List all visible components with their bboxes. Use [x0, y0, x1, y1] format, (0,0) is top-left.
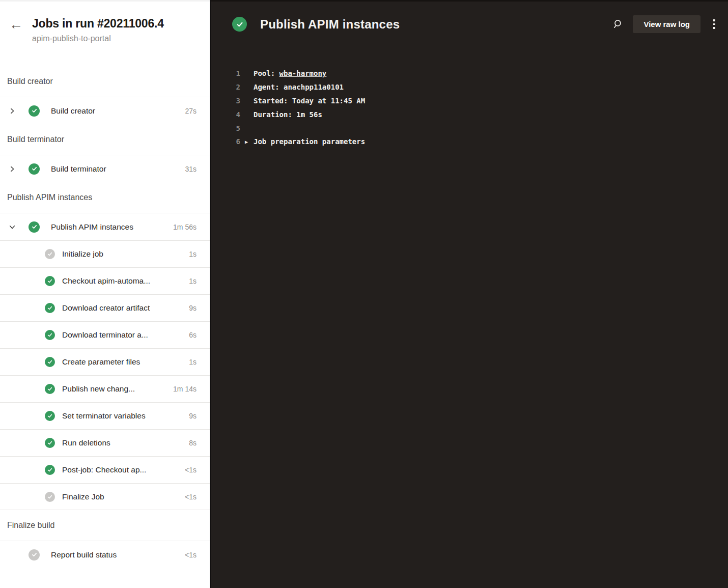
- stage-label-build-terminator: Build terminator: [0, 124, 210, 155]
- step-row-create-parameter-files[interactable]: Create parameter files 1s: [0, 348, 210, 375]
- line-number[interactable]: 1: [232, 69, 240, 77]
- step-row-download-creator[interactable]: Download creator artifact 9s: [0, 294, 210, 321]
- stage-label-build-creator: Build creator: [0, 66, 210, 97]
- step-row-publish-new-changes[interactable]: Publish new chang... 1m 14s: [0, 375, 210, 402]
- success-icon: [29, 163, 40, 175]
- job-row-build-terminator[interactable]: Build terminator 31s: [0, 155, 210, 182]
- step-row-download-terminator[interactable]: Download terminator a... 6s: [0, 321, 210, 348]
- step-duration: 6s: [189, 331, 197, 339]
- step-duration: <1s: [185, 493, 197, 501]
- step-name: Run deletions: [62, 438, 110, 447]
- jobs-sidebar: ← Jobs in run #20211006.4 apim-publish-t…: [0, 0, 210, 588]
- step-duration: 9s: [189, 412, 197, 420]
- step-name: Set terminator variables: [62, 411, 146, 421]
- page-title: Jobs in run #20211006.4: [32, 17, 204, 31]
- skipped-icon: [29, 549, 40, 561]
- success-icon: [45, 330, 55, 340]
- back-arrow-icon[interactable]: ←: [9, 17, 32, 32]
- success-icon: [45, 357, 55, 367]
- log-viewer: 1 Pool: wba-harmony 2 Agent: anachpp11a0…: [232, 67, 718, 149]
- job-row-build-creator[interactable]: Build creator 27s: [0, 97, 210, 124]
- job-name: Build terminator: [51, 164, 106, 174]
- kebab-menu-icon[interactable]: [708, 17, 721, 32]
- success-icon: [45, 438, 55, 448]
- step-list: Initialize job 1s Checkout apim-automa..…: [0, 240, 210, 510]
- success-icon: [45, 303, 55, 313]
- log-line: 4 Duration: 1m 56s: [232, 107, 718, 121]
- step-name: Finalize Job: [62, 492, 104, 501]
- log-panel-header: Publish APIM instances View raw log: [211, 2, 728, 33]
- log-line: 3 Started: Today at 11:45 AM: [232, 94, 718, 108]
- job-name: Publish APIM instances: [51, 222, 133, 232]
- step-duration: 1s: [189, 277, 197, 285]
- step-name: Download creator artifact: [62, 303, 150, 313]
- success-icon: [232, 17, 247, 32]
- step-name: Download terminator a...: [62, 330, 148, 340]
- stage-label-finalize-build: Finalize build: [0, 510, 210, 541]
- step-duration: 1s: [189, 358, 197, 366]
- job-name: Build creator: [51, 106, 95, 116]
- step-row-set-terminator-variables[interactable]: Set terminator variables 9s: [0, 402, 210, 429]
- line-number[interactable]: 3: [232, 97, 240, 105]
- step-duration: 8s: [189, 439, 197, 447]
- search-icon[interactable]: [609, 16, 627, 33]
- step-duration: 9s: [189, 304, 197, 312]
- log-text: Started: Today at 11:45 AM: [254, 97, 365, 105]
- job-row-report-build-status[interactable]: Report build status <1s: [0, 541, 210, 568]
- step-duration: <1s: [185, 466, 197, 474]
- step-duration: 1s: [189, 250, 197, 258]
- log-line: 2 Agent: anachpp11a0101: [232, 80, 718, 94]
- log-text: Agent: anachpp11a0101: [254, 83, 344, 91]
- step-row-initialize-job[interactable]: Initialize job 1s: [0, 240, 210, 267]
- view-raw-log-button[interactable]: View raw log: [633, 15, 701, 33]
- job-duration: <1s: [185, 551, 197, 559]
- job-duration: 31s: [185, 165, 197, 173]
- line-number[interactable]: 6: [232, 137, 240, 146]
- log-line: 5: [232, 121, 718, 135]
- success-icon: [29, 105, 40, 117]
- step-row-finalize-job[interactable]: Finalize Job <1s: [0, 483, 210, 510]
- job-duration: 1m 56s: [173, 223, 197, 231]
- step-name: Publish new chang...: [62, 384, 135, 394]
- success-icon: [45, 384, 55, 394]
- chevron-down-icon[interactable]: [7, 222, 17, 232]
- job-row-publish-apim[interactable]: Publish APIM instances 1m 56s: [0, 213, 210, 240]
- log-text: Duration: 1m 56s: [254, 110, 322, 119]
- log-panel: Publish APIM instances View raw log 1 Po…: [210, 0, 728, 588]
- step-row-run-deletions[interactable]: Run deletions 8s: [0, 429, 210, 456]
- step-duration: 1m 14s: [173, 385, 197, 393]
- log-panel-title: Publish APIM instances: [260, 17, 400, 32]
- success-icon: [45, 276, 55, 286]
- success-icon: [45, 465, 55, 475]
- job-duration: 27s: [185, 107, 197, 115]
- expand-triangle-icon[interactable]: ▶: [240, 139, 254, 145]
- line-number[interactable]: 2: [232, 83, 240, 91]
- line-number[interactable]: 4: [232, 110, 240, 119]
- line-number[interactable]: 5: [232, 124, 240, 132]
- success-icon: [45, 411, 55, 421]
- step-name: Post-job: Checkout ap...: [62, 465, 146, 474]
- sidebar-header: ← Jobs in run #20211006.4 apim-publish-t…: [0, 2, 210, 66]
- step-row-checkout[interactable]: Checkout apim-automa... 1s: [0, 267, 210, 294]
- skipped-icon: [45, 492, 55, 502]
- step-name: Checkout apim-automa...: [62, 276, 150, 286]
- stage-label-publish-apim: Publish APIM instances: [0, 182, 210, 213]
- log-line-collapsible-group[interactable]: 6 ▶ Job preparation parameters: [232, 135, 718, 149]
- step-name: Initialize job: [62, 249, 103, 259]
- step-name: Create parameter files: [62, 357, 140, 367]
- success-icon: [29, 221, 40, 233]
- pipeline-name: apim-publish-to-portal: [32, 34, 204, 43]
- chevron-right-icon[interactable]: [7, 106, 17, 116]
- log-text: Job preparation parameters: [254, 137, 365, 146]
- log-text: Pool: wba-harmony: [254, 69, 326, 77]
- step-row-post-job-checkout[interactable]: Post-job: Checkout ap... <1s: [0, 456, 210, 483]
- chevron-right-icon[interactable]: [7, 164, 17, 174]
- job-name: Report build status: [51, 550, 117, 559]
- skipped-icon: [45, 249, 55, 259]
- log-line: 1 Pool: wba-harmony: [232, 67, 718, 80]
- pool-link[interactable]: wba-harmony: [279, 69, 327, 77]
